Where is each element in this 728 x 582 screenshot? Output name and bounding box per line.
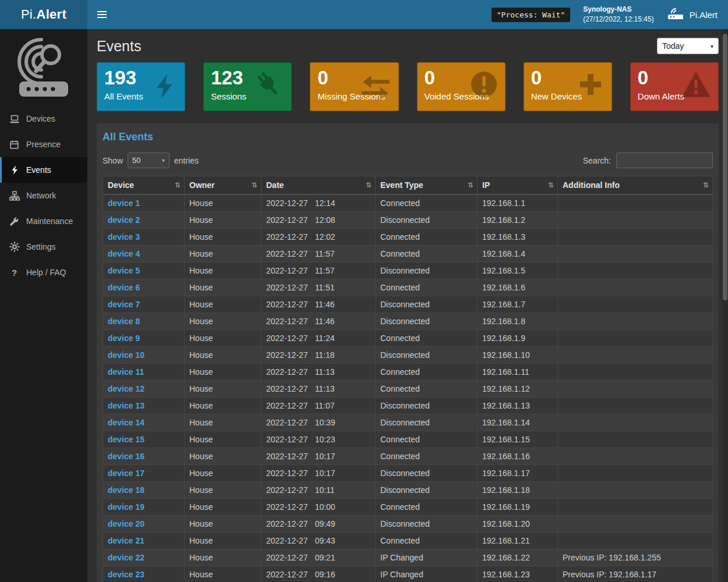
column-header-label: Event Type xyxy=(380,180,423,190)
time-text: 11:13 xyxy=(315,384,335,393)
device-cell: device 22 xyxy=(103,549,185,566)
additional-info-cell: Previous IP: 192.168.1.17 xyxy=(558,566,713,582)
device-link[interactable]: device 1 xyxy=(108,198,140,208)
table-row: device 20 House 2022-12-2709:49 Disconne… xyxy=(103,515,713,532)
scrollbar-thumb[interactable] xyxy=(723,34,727,300)
device-link[interactable]: device 23 xyxy=(108,570,144,579)
sidebar-item-label: Events xyxy=(26,165,51,175)
event-type-cell: IP Changed xyxy=(376,566,478,582)
device-link[interactable]: device 10 xyxy=(108,350,144,360)
app-chip[interactable]: Pi.Alert xyxy=(667,8,721,22)
sidebar: Devices Presence Events Network Maintena… xyxy=(0,29,87,582)
time-text: 10:39 xyxy=(315,418,335,427)
card-sessions[interactable]: 123 Sessions xyxy=(203,62,292,111)
device-cell: device 14 xyxy=(103,414,185,431)
sidebar-item-devices[interactable]: Devices xyxy=(0,106,87,132)
event-type-cell: Disconnected xyxy=(376,414,478,431)
device-link[interactable]: device 12 xyxy=(108,384,144,393)
card-new-devices[interactable]: 0 New Devices xyxy=(524,62,612,111)
date-text: 2022-12-27 xyxy=(266,317,308,326)
ip-cell: 192.168.1.18 xyxy=(478,481,558,498)
device-link[interactable]: device 13 xyxy=(108,401,144,410)
time-text: 11:24 xyxy=(315,333,335,343)
event-type-cell: IP Changed xyxy=(376,549,478,566)
column-header-device[interactable]: Device⇅ xyxy=(103,176,185,195)
time-text: 12:08 xyxy=(315,215,335,225)
device-link[interactable]: device 8 xyxy=(108,317,140,326)
additional-info-cell xyxy=(558,313,713,329)
device-link[interactable]: device 2 xyxy=(108,215,140,225)
card-all-events[interactable]: 193 All Events xyxy=(97,62,185,111)
sidebar-item-events[interactable]: Events xyxy=(0,157,87,183)
device-link[interactable]: device 17 xyxy=(108,469,144,478)
device-link[interactable]: device 14 xyxy=(108,418,144,427)
date-text: 2022-12-27 xyxy=(266,215,308,225)
device-link[interactable]: device 20 xyxy=(108,519,144,528)
device-link[interactable]: device 21 xyxy=(108,536,144,545)
column-header-date[interactable]: Date⇅ xyxy=(261,176,376,195)
period-select[interactable]: Today ▾ xyxy=(657,38,719,54)
device-link[interactable]: device 18 xyxy=(108,485,144,495)
device-cell: device 11 xyxy=(103,363,185,380)
date-text: 2022-12-27 xyxy=(266,553,308,562)
sort-icon: ⇅ xyxy=(703,181,709,189)
brand[interactable]: Pi.Alert xyxy=(0,0,87,29)
column-header-event-type[interactable]: Event Type⇅ xyxy=(376,176,478,195)
sidebar-item-presence[interactable]: Presence xyxy=(0,132,87,157)
device-link[interactable]: device 11 xyxy=(108,367,144,377)
device-link[interactable]: device 22 xyxy=(108,553,144,562)
date-text: 2022-12-27 xyxy=(266,300,308,309)
page-length-select[interactable]: 50 ▾ xyxy=(128,152,169,168)
card-voided-sessions[interactable]: 0 Voided Sessions xyxy=(417,62,506,111)
sort-icon: ⇅ xyxy=(548,181,554,189)
time-text: 10:17 xyxy=(315,469,335,478)
card-down-alerts[interactable]: 0 Down Alerts xyxy=(630,62,719,111)
host-info: Synology-NAS (27/12/2022, 12:15:45) xyxy=(583,5,653,25)
device-link[interactable]: device 6 xyxy=(108,283,140,292)
column-header-owner[interactable]: Owner⇅ xyxy=(185,176,261,195)
device-link[interactable]: device 19 xyxy=(108,502,144,512)
table-row: device 14 House 2022-12-2710:39 Disconne… xyxy=(103,414,713,431)
sidebar-item-settings[interactable]: Settings xyxy=(0,234,87,260)
device-link[interactable]: device 7 xyxy=(108,300,140,309)
event-type-cell: Disconnected xyxy=(376,346,478,363)
device-link[interactable]: device 4 xyxy=(108,249,140,258)
entries-label: entries xyxy=(174,156,199,165)
device-cell: device 16 xyxy=(103,448,185,464)
column-header-additional-info[interactable]: Additional Info⇅ xyxy=(558,176,713,195)
scrollbar[interactable] xyxy=(722,29,728,582)
search-input[interactable] xyxy=(616,152,713,168)
time-text: 11:18 xyxy=(315,350,335,360)
device-link[interactable]: device 9 xyxy=(108,333,140,343)
sidebar-item-help[interactable]: ? Help / FAQ xyxy=(0,260,87,285)
device-link[interactable]: device 3 xyxy=(108,232,140,242)
device-link[interactable]: device 5 xyxy=(108,266,140,275)
date-text: 2022-12-27 xyxy=(266,485,308,495)
brand-light: Pi. xyxy=(21,7,37,22)
device-cell: device 23 xyxy=(103,566,185,582)
hamburger-menu-icon[interactable] xyxy=(87,0,116,29)
chevron-down-icon: ▾ xyxy=(711,43,713,49)
event-type-cell: Disconnected xyxy=(376,313,478,329)
column-header-ip[interactable]: IP⇅ xyxy=(478,176,558,195)
owner-cell: House xyxy=(185,431,261,448)
date-cell: 2022-12-2711:46 xyxy=(261,313,376,329)
table-row: device 21 House 2022-12-2709:43 Connecte… xyxy=(103,532,713,549)
event-type-cell: Connected xyxy=(376,532,478,549)
owner-cell: House xyxy=(185,515,261,532)
sidebar-item-maintenance[interactable]: Maintenance xyxy=(0,208,87,234)
page-title: Events xyxy=(97,38,141,55)
event-type-cell: Disconnected xyxy=(376,464,478,481)
device-link[interactable]: device 15 xyxy=(108,435,144,444)
host-time: (27/12/2022, 12:15:45) xyxy=(583,15,653,24)
time-text: 12:02 xyxy=(315,232,335,242)
sidebar-item-network[interactable]: Network xyxy=(0,183,87,208)
owner-cell: House xyxy=(185,397,261,414)
sort-icon: ⇅ xyxy=(366,181,372,189)
topbar: Pi.Alert "Process: Wait" Synology-NAS (2… xyxy=(0,0,728,29)
device-link[interactable]: device 16 xyxy=(108,452,144,461)
owner-cell: House xyxy=(185,245,261,262)
additional-info-cell xyxy=(558,228,713,245)
card-missing-sessions[interactable]: 0 Missing Sessions xyxy=(310,62,398,111)
date-cell: 2022-12-2709:21 xyxy=(261,549,376,566)
